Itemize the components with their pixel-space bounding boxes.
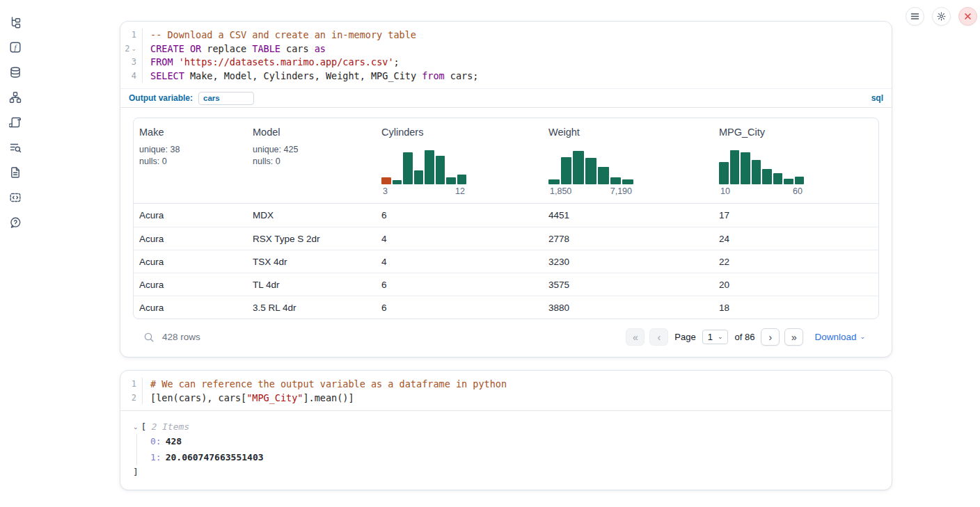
histogram-bar [610,177,622,184]
fold-chevron-icon[interactable]: ⌄ [131,46,136,52]
line-number: 1 [120,29,143,42]
code-line[interactable]: 1# We can reference the output variable … [120,378,892,392]
table-row[interactable]: AcuraTL 4dr6357520 [134,273,878,296]
download-button[interactable]: Download ⌄ [814,332,865,342]
column-histogram: 1,8507,190 [548,148,633,196]
output-variable-input[interactable] [198,92,254,105]
histogram-bar [381,177,391,184]
output-variable-row: Output variable: sql [120,88,892,108]
line-number: 1 [120,378,143,392]
histogram-bar [622,179,633,184]
code-text: -- Download a CSV and create an in-memor… [143,29,416,42]
table-cell: Acura [134,210,247,220]
histogram-bar [585,158,596,184]
code-text: [len(cars), cars["MPG_City"].mean()] [143,392,354,405]
menu-icon[interactable] [906,7,924,26]
snippets-icon[interactable] [9,191,22,204]
table-cell: 24 [713,234,878,244]
last-page-button[interactable]: » [784,328,803,346]
column-header-mpg-city[interactable]: MPG_City 1060 [713,118,878,203]
settings-gear-icon[interactable] [932,7,951,26]
column-stats: unique: 425 nulls: 0 [253,144,370,168]
table-cell: 2778 [543,234,713,244]
documentation-icon[interactable] [9,166,22,179]
scratchpad-icon[interactable] [9,116,22,129]
table-row[interactable]: AcuraMDX6445117 [134,204,878,227]
histogram-bar [573,151,584,184]
language-badge: sql [871,93,883,103]
column-header-make[interactable]: Make unique: 38 nulls: 0 [134,118,247,203]
code-line[interactable]: 3FROM 'https://datasets.marimo.app/cars.… [120,56,892,70]
table-cell: 3880 [543,303,713,313]
line-number: 2⌄ [120,42,143,56]
search-icon[interactable] [143,332,155,343]
table-cell: Acura [134,280,247,290]
tree-root[interactable]: ⌄ [ 2 Items [133,420,880,434]
page-select[interactable]: 1 ⌄ [702,330,729,344]
code-line[interactable]: 1-- Download a CSV and create an in-memo… [120,29,892,42]
table-footer: 428 rows « ‹ Page 1 ⌄ of 86 › » Download… [133,319,879,357]
histogram-bar [446,177,456,184]
column-header-cylinders[interactable]: Cylinders 312 [376,118,543,203]
histogram-axis-labels: 1,8507,190 [548,186,633,196]
table-cell: TL 4dr [247,280,376,290]
close-x-icon[interactable] [958,7,977,26]
table-body: AcuraMDX6445117AcuraRSX Type S 2dr427782… [134,204,878,319]
table-cell: 3230 [543,257,713,267]
histogram-axis-labels: 312 [381,186,466,196]
histogram-bar [414,170,424,184]
table-header: Make unique: 38 nulls: 0 Model unique: 4… [134,118,878,204]
function-icon[interactable]: f [9,41,22,54]
pagination: « ‹ Page 1 ⌄ of 86 › » [626,328,803,346]
histogram-bar [403,152,413,184]
histogram-bar [393,180,402,184]
histogram-bar [561,157,572,184]
table-cell: Acura [134,234,247,244]
dependency-graph-icon[interactable] [9,91,22,104]
prev-page-button[interactable]: ‹ [649,328,668,346]
histogram-bar [548,179,560,184]
histogram-bar [436,156,445,184]
histogram-axis-labels: 1060 [719,186,804,196]
histogram-bar [773,173,783,184]
closing-bracket: ] [133,465,880,478]
histogram-bar [425,150,434,184]
line-number: 3 [120,56,143,70]
table-cell: TSX 4dr [247,257,376,267]
code-line[interactable]: 4SELECT Make, Model, Cylinders, Weight, … [120,70,892,83]
help-icon[interactable] [9,216,22,229]
column-header-model[interactable]: Model unique: 425 nulls: 0 [247,118,376,203]
table-row[interactable]: Acura3.5 RL 4dr6388018 [134,296,878,319]
chevron-down-icon: ⌄ [133,420,139,434]
database-icon[interactable] [9,66,22,79]
table-cell: Acura [134,257,247,267]
file-tree-icon[interactable] [9,16,22,29]
table-row[interactable]: AcuraRSX Type S 2dr4277824 [134,227,878,250]
chevron-down-icon: ⌄ [860,334,865,340]
table-cell: 17 [713,210,878,220]
python-cell-output: ⌄ [ 2 Items 0:428 1:20.060747663551403 ] [120,410,892,490]
table-cell: 20 [713,280,878,290]
chevron-down-icon: ⌄ [718,334,723,340]
table-row[interactable]: AcuraTSX 4dr4323022 [134,250,878,273]
list-item: 0:428 [150,434,880,450]
sql-code-editor[interactable]: 1-- Download a CSV and create an in-memo… [120,22,892,88]
code-text: CREATE OR replace TABLE cars as [143,42,326,56]
code-line[interactable]: 2[len(cars), cars["MPG_City"].mean()] [120,392,892,405]
code-line[interactable]: 2⌄CREATE OR replace TABLE cars as [120,42,892,56]
histogram-bar [762,169,772,184]
column-header-weight[interactable]: Weight 1,8507,190 [543,118,713,203]
table-cell: 4451 [543,210,713,220]
page-total-label: of 86 [734,332,754,342]
python-code-editor[interactable]: 1# We can reference the output variable … [120,371,892,410]
table-cell: 6 [376,210,543,220]
table-cell: 6 [376,280,543,290]
histogram-bar [784,179,793,184]
line-number: 4 [120,70,143,83]
data-table: Make unique: 38 nulls: 0 Model unique: 4… [133,118,879,319]
first-page-button[interactable]: « [626,328,645,346]
logs-search-icon[interactable] [9,141,22,154]
histogram-bar [752,160,761,184]
next-page-button[interactable]: › [761,328,780,346]
row-count: 428 rows [162,332,200,342]
